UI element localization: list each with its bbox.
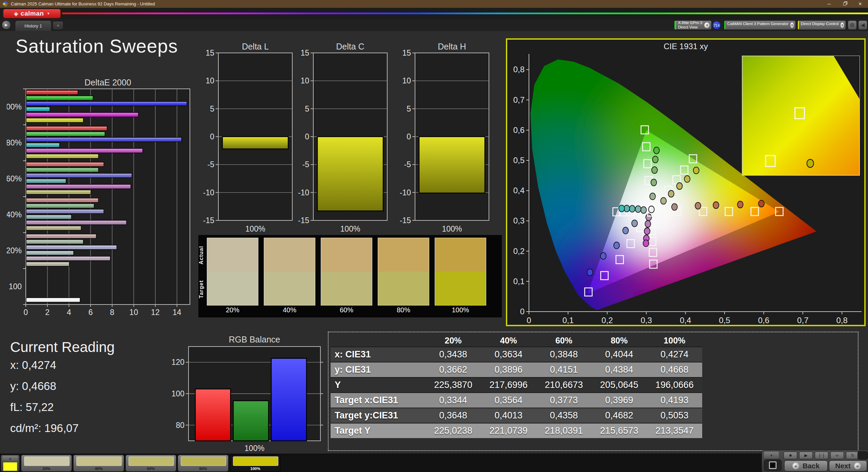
delta-l-chart: Delta L151050-5-10-15100% xyxy=(203,43,295,236)
table-row[interactable]: Target Y225,0238221,0739218,0391215,6573… xyxy=(331,423,702,438)
expand-up-button[interactable]: ▲ xyxy=(764,452,779,458)
svg-text:2: 2 xyxy=(45,308,50,317)
target-row-label: Target xyxy=(198,272,207,306)
svg-text:100%: 100% xyxy=(442,224,462,233)
table-cell: 218,0391 xyxy=(536,424,591,438)
display-control-dropdown[interactable]: Direct Display Control ▼ xyxy=(797,20,846,30)
calman-menu-button[interactable]: ◈ calman ▼ xyxy=(3,9,61,18)
pattern-button-100%[interactable]: 100% xyxy=(230,455,281,472)
next-button[interactable]: Next » xyxy=(829,460,867,471)
pattern-generator-label: CalMAN Client 3 Pattern Generator xyxy=(725,21,790,26)
row-label: Y xyxy=(331,378,426,392)
row-label: y: CIE31 xyxy=(331,362,426,377)
svg-text:5: 5 xyxy=(305,104,309,113)
chevron-down-icon: ▼ xyxy=(704,22,710,28)
table-cell: 0,5053 xyxy=(647,408,702,423)
window-titlebar: Calman 2025 Calman Ultimate for Business… xyxy=(0,0,868,8)
pattern-generator-dropdown[interactable]: CalMAN Client 3 Pattern Generator ▼ xyxy=(724,20,796,30)
current-reading-title: Current Reading xyxy=(10,339,115,355)
svg-text:0,2: 0,2 xyxy=(601,316,613,325)
svg-text:100%: 100% xyxy=(245,224,265,233)
table-cell: 0,3896 xyxy=(481,362,536,377)
settings-button[interactable]: ⚙ xyxy=(848,20,857,30)
swatch-compare-20% xyxy=(207,238,258,306)
actual-swatch xyxy=(378,238,429,272)
svg-text:0,7: 0,7 xyxy=(797,316,808,325)
swatch-compare-60% xyxy=(321,238,372,306)
infinity-icon: ∞ xyxy=(836,453,839,458)
loop-segment-icon: [··] xyxy=(819,453,824,458)
table-cell: 225,0238 xyxy=(426,424,481,438)
table-cell: 0,4358 xyxy=(536,408,591,423)
svg-text:80%: 80% xyxy=(7,138,22,147)
table-row[interactable]: Y225,3870217,6996210,6673205,0645196,066… xyxy=(331,377,702,392)
cie-1931-panel[interactable]: CIE 1931 xy 00,10,20,30,40,50,60,70,800,… xyxy=(506,38,866,326)
pattern-swatch xyxy=(233,456,278,466)
pattern-button-60%[interactable]: 60% xyxy=(125,455,176,472)
meter-dropdown[interactable]: X-Rite i1Pro 3 Direct View ▼ xyxy=(674,20,712,30)
svg-text:120: 120 xyxy=(172,358,184,367)
svg-text:15: 15 xyxy=(402,48,411,57)
svg-text:DeltaE 2000: DeltaE 2000 xyxy=(84,78,131,87)
table-row[interactable]: Target y:CIE310,36480,40130,43580,46820,… xyxy=(331,408,702,423)
cie-chart-title: CIE 1931 xy xyxy=(507,42,864,51)
svg-text:100%: 100% xyxy=(7,102,22,111)
svg-text:0,6: 0,6 xyxy=(758,316,769,325)
svg-text:100: 100 xyxy=(172,389,184,398)
svg-text:6: 6 xyxy=(88,308,93,317)
table-row[interactable]: x: CIE310,34380,36340,38480,40440,4274 xyxy=(331,347,702,362)
pattern-button-80%[interactable]: 80% xyxy=(178,455,229,472)
collapse-panel-button[interactable]: ◀ xyxy=(858,20,867,30)
table-row[interactable]: Target x:CIE310,33440,35640,37730,39690,… xyxy=(331,392,702,408)
table-column-header: 100% xyxy=(647,334,702,347)
reading-x: x: 0,4274 xyxy=(10,359,56,372)
workflow-expand-button[interactable]: ▶ xyxy=(2,20,11,29)
current-pattern-swatch[interactable] xyxy=(3,462,17,471)
chevron-down-icon: ▼ xyxy=(47,12,50,15)
table-cell: 215,6573 xyxy=(592,424,647,438)
cie-chart-plot: 00,10,20,30,40,50,60,70,800,10,20,30,40,… xyxy=(508,51,864,325)
svg-text:14: 14 xyxy=(173,308,181,317)
svg-text:5: 5 xyxy=(407,104,411,113)
meter-badge[interactable]: 714 xyxy=(712,21,721,29)
pattern-button-20%[interactable]: 20% xyxy=(21,455,72,472)
transport-infinity-button[interactable]: ∞ xyxy=(830,452,844,459)
chevron-double-left-icon: « xyxy=(792,463,799,469)
back-button[interactable]: « Back xyxy=(784,460,828,471)
svg-text:0: 0 xyxy=(305,132,309,141)
table-cell: 0,4044 xyxy=(592,347,647,362)
calman-logo-text: calman xyxy=(21,10,44,17)
svg-text:0,3: 0,3 xyxy=(513,216,525,225)
restore-button[interactable] xyxy=(837,0,852,8)
table-cell: 0,3564 xyxy=(481,393,536,408)
table-row[interactable]: y: CIE310,36620,38960,41510,43840,4668 xyxy=(331,362,702,377)
minimize-button[interactable]: ─ xyxy=(821,0,837,8)
svg-text:10: 10 xyxy=(300,76,309,85)
stop-measure-button[interactable] xyxy=(764,459,782,471)
delta-c-chart: Delta C151050-5-10-15100% xyxy=(298,43,390,236)
transport-stop-button[interactable]: ■ xyxy=(784,452,797,459)
reading-fl: fL: 57,22 xyxy=(10,401,54,414)
svg-text:0,8: 0,8 xyxy=(836,316,848,325)
pattern-label: 60% xyxy=(126,467,176,471)
table-cell: 0,3969 xyxy=(592,393,647,408)
transport-loop-segment-button[interactable]: [··] xyxy=(815,452,828,459)
window-title: Calman 2025 Calman Ultimate for Business… xyxy=(11,1,155,6)
pattern-window-preview[interactable] xyxy=(857,451,868,460)
table-cell: 0,3438 xyxy=(426,347,481,362)
rainbow-divider xyxy=(62,13,868,14)
swatch-label: 60% xyxy=(321,306,372,314)
table-cell: 0,3344 xyxy=(426,393,481,408)
close-button[interactable]: ✕ xyxy=(852,0,868,8)
svg-text:0,4: 0,4 xyxy=(513,186,525,195)
expand-up-button[interactable]: ▲ xyxy=(2,456,18,461)
add-tab-button[interactable]: + xyxy=(53,21,63,30)
table-cell: 0,3634 xyxy=(481,347,536,362)
svg-text:10: 10 xyxy=(205,76,214,85)
transport-play-button[interactable]: ▶ xyxy=(799,452,813,459)
pattern-button-40%[interactable]: 40% xyxy=(73,455,124,472)
tab-history-1[interactable]: History 1 xyxy=(15,20,52,31)
svg-text:0,1: 0,1 xyxy=(563,316,574,325)
pattern-swatch xyxy=(129,456,174,466)
gear-icon: ⚙ xyxy=(850,22,854,28)
